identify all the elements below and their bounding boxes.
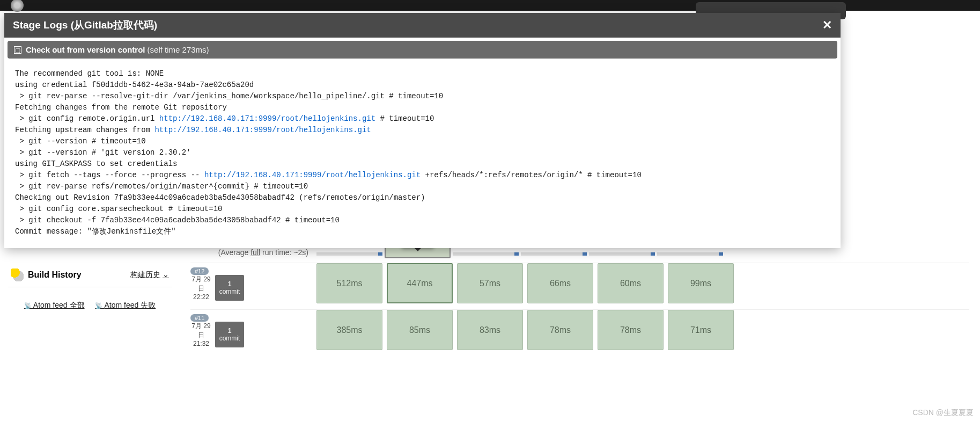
modal-header: Stage Logs (从Gitlab拉取代码) ✕ [4,13,841,38]
log-line: > git config core.sparsecheckout # timeo… [15,204,830,215]
log-link[interactable]: http://192.168.40.171:9999/root/hellojen… [159,114,375,123]
stage-logs-modal: Stage Logs (从Gitlab拉取代码) ✕ ▢ Check out f… [4,13,841,248]
log-line: > git config remote.origin.url http://19… [15,113,830,125]
weather-icon [11,268,24,281]
build-number-badge[interactable]: #12 [190,267,209,275]
stage-cell[interactable]: 85ms [387,310,453,350]
build-meta: #127月 29日22:221commit [190,263,316,305]
feed-links: Atom feed 全部 Atom feed 失败 [8,301,172,310]
collapse-icon[interactable]: ▢ [14,46,21,54]
log-line: Fetching changes from the remote Git rep… [15,102,830,113]
jenkins-logo-icon [11,0,24,12]
log-line: > git rev-parse refs/remotes/origin/mast… [15,181,830,192]
avg-full-runtime-label: (Average full run time: ~2s) [190,248,308,257]
log-section-header[interactable]: ▢ Check out from version control (self t… [8,41,837,59]
stage-cells: 512ms447ms57ms66ms60ms99ms [316,263,736,305]
log-output: The recommended git tool is: NONEusing c… [4,62,841,248]
stage-cell[interactable]: 99ms [668,263,734,303]
stage-progress-bar [589,252,655,256]
log-link[interactable]: http://192.168.40.171:9999/root/hellojen… [154,126,371,134]
stage-cell[interactable]: 78ms [598,310,664,350]
stage-cell[interactable]: 66ms [527,263,593,303]
log-line: > git --version # timeout=10 [15,136,830,147]
stage-cells: 385ms85ms83ms78ms78ms71ms [316,310,736,352]
log-line: Fetching upstream changes from http://19… [15,125,830,136]
log-link[interactable]: http://192.168.40.171:9999/root/hellojen… [204,171,421,179]
stage-progress-bar [316,252,382,256]
stage-cell[interactable]: 385ms [316,310,382,350]
top-bar [0,0,980,11]
log-line: using GIT_ASKPASS to set credentials [15,158,830,170]
stage-cell[interactable]: 71ms [668,310,734,350]
build-number-badge[interactable]: #11 [190,314,209,322]
watermark: CSDN @生夏夏夏 [912,408,974,418]
modal-title: Stage Logs (从Gitlab拉取代码) [13,18,157,32]
atom-feed-fail-link[interactable]: Atom feed 失败 [95,301,156,309]
pipeline-stage-view: Average stage times: (Average full run t… [180,236,980,421]
log-line: using credential f50d1ddb-5462-4e3a-94ab… [15,79,830,91]
build-history-header: Build History 构建历史 [8,263,172,287]
commit-count-box[interactable]: 1commit [215,322,244,347]
sidebar: Build History 构建历史 Atom feed 全部 Atom fee… [0,236,180,421]
stage-cell[interactable]: 447ms [387,263,453,303]
build-history-link[interactable]: 构建历史 [130,270,169,280]
close-icon[interactable]: ✕ [822,18,832,32]
stage-cell[interactable]: 60ms [598,263,664,303]
stage-progress-bar [521,252,587,256]
log-section-time: (self time 273ms) [148,45,209,54]
stage-progress-bar [453,252,519,256]
log-line: The recommended git tool is: NONE [15,68,830,79]
stage-cell[interactable]: 83ms [457,310,523,350]
stage-cell[interactable]: 57ms [457,263,523,303]
stage-cell[interactable]: 512ms [316,263,382,303]
build-row: #117月 29日21:321commit385ms85ms83ms78ms78… [190,309,969,352]
stage-progress-bar [657,252,723,256]
build-row: #127月 29日22:221commit512ms447ms57ms66ms6… [190,263,969,305]
log-line: > git --version # 'git version 2.30.2' [15,147,830,158]
commit-count-box[interactable]: 1commit [215,275,244,301]
log-line: > git rev-parse --resolve-git-dir /var/j… [15,91,830,102]
log-line: Commit message: "修改Jenkinsfile文件" [15,226,830,237]
log-section-title: Check out from version control [26,45,145,54]
build-meta: #117月 29日21:321commit [190,310,316,352]
build-history-title: Build History [28,270,130,280]
main-content: Build History 构建历史 Atom feed 全部 Atom fee… [0,236,980,421]
log-line: > git checkout -f 7fa9b33ee44c09a6cadeb3… [15,215,830,226]
build-date: 7月 29日22:22 [190,275,212,301]
log-line: > git fetch --tags --force --progress --… [15,170,830,181]
stage-cell[interactable]: 78ms [527,310,593,350]
build-rows: #127月 29日22:221commit512ms447ms57ms66ms6… [190,263,969,352]
build-date: 7月 29日21:32 [190,322,212,347]
log-line: Checking out Revision 7fa9b33ee44c09a6ca… [15,192,830,204]
atom-feed-all-link[interactable]: Atom feed 全部 [24,301,85,309]
